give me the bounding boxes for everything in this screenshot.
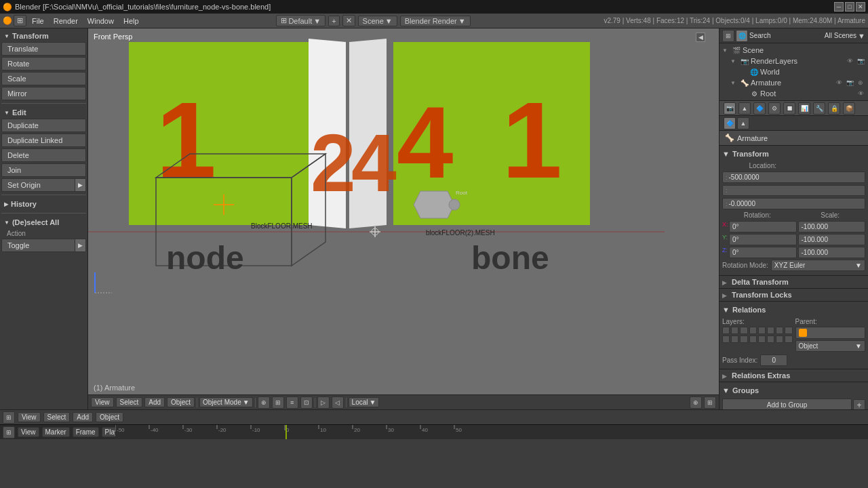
rp-prop-tab-2[interactable]: ▲: [738, 102, 751, 115]
layer-14[interactable]: [767, 336, 774, 343]
local-select[interactable]: Local ▼: [349, 397, 380, 407]
set-origin-select[interactable]: Set Origin ▶: [1, 178, 86, 192]
layer-12[interactable]: [749, 336, 757, 343]
rp-tab-outliner[interactable]: 🌐: [736, 30, 748, 42]
add-button[interactable]: Add: [144, 397, 165, 407]
layout-remove-btn[interactable]: ✕: [342, 15, 355, 26]
translate-button[interactable]: Translate: [1, 42, 86, 56]
join-button[interactable]: Join: [1, 163, 86, 177]
parent-select[interactable]: [795, 327, 866, 339]
layer-3[interactable]: [740, 327, 747, 334]
scale-x-field[interactable]: -100.000: [798, 221, 866, 232]
rp-prop-tab-9[interactable]: 📦: [843, 102, 855, 115]
transform-section-header[interactable]: ▼ Transform: [1, 30, 86, 42]
menu-render[interactable]: Render: [50, 16, 82, 26]
object-button[interactable]: Object: [167, 397, 195, 407]
rp-prop-tab-6[interactable]: 📊: [798, 102, 810, 115]
layer-9[interactable]: [722, 336, 730, 343]
layer-7[interactable]: [776, 327, 783, 334]
relations-extras-header[interactable]: ▶ Relations Extras: [719, 369, 868, 382]
vp-icon-6[interactable]: ◁: [332, 396, 344, 409]
rp-icon-scenes[interactable]: ⊞: [722, 30, 734, 42]
vp-icon-2[interactable]: ⊞: [272, 396, 284, 409]
tree-item-scene[interactable]: ▼ 🎬 Scene: [721, 45, 867, 56]
scale-z-field[interactable]: -100.000: [798, 247, 866, 258]
title-bar-controls[interactable]: ─ □ ✕: [834, 2, 865, 12]
search-btn[interactable]: Search: [749, 32, 771, 39]
maximize-button[interactable]: □: [845, 2, 854, 12]
prop-icon-mesh[interactable]: ▲: [737, 117, 749, 129]
timeline-view-btn[interactable]: View: [18, 427, 39, 437]
renderlayers-vis-icon[interactable]: 👁: [845, 56, 854, 66]
add-to-group-button[interactable]: Add to Group: [722, 399, 852, 409]
timeline-frame-btn[interactable]: Frame: [73, 427, 99, 437]
action-select[interactable]: Toggle ▶: [1, 239, 86, 252]
mode-select[interactable]: Object Mode ▼: [199, 397, 253, 407]
vp-icon-1[interactable]: ⊕: [258, 396, 270, 409]
vp-icon-8[interactable]: ⊞: [704, 396, 716, 409]
relations-header[interactable]: ▼ Relations: [722, 304, 865, 315]
layer-16[interactable]: [785, 336, 792, 343]
menu-window[interactable]: Window: [83, 16, 118, 26]
location-x-field[interactable]: :-500.0000: [722, 171, 865, 183]
layer-10[interactable]: [731, 336, 738, 343]
view-button[interactable]: View: [91, 397, 114, 407]
rot-z-field[interactable]: 0°: [729, 247, 797, 258]
all-scenes-dropdown-icon[interactable]: ▼: [858, 32, 865, 40]
timeline-icon-btn[interactable]: ⊞: [3, 426, 15, 439]
select-button[interactable]: Select: [116, 397, 143, 407]
parent-type-select[interactable]: Object ▼: [795, 340, 866, 352]
layer-1[interactable]: [722, 327, 730, 334]
duplicate-linked-button[interactable]: Duplicate Linked: [1, 134, 86, 147]
layer-6[interactable]: [767, 327, 774, 334]
mirror-button[interactable]: Mirror: [1, 87, 86, 100]
rotate-button[interactable]: Rotate: [1, 57, 86, 70]
rp-prop-tab-1[interactable]: 📷: [724, 102, 736, 115]
close-button[interactable]: ✕: [856, 2, 865, 12]
tree-item-root[interactable]: ⚙ Root 👁: [721, 88, 867, 99]
history-section-header[interactable]: ▶ History: [1, 198, 86, 210]
rotation-mode-select[interactable]: XYZ Euler ▼: [771, 260, 865, 271]
tree-item-armature[interactable]: ▼ 🦴 Armature 👁 📷 ⊕: [721, 77, 867, 88]
status-icon-btn[interactable]: ⊞: [3, 411, 15, 424]
layer-5[interactable]: [758, 327, 766, 334]
status-add-btn[interactable]: Add: [73, 412, 93, 422]
timeline-ruler[interactable]: -50 -40 -30 -20 -10 0 10 20 30 40: [115, 425, 868, 439]
rp-prop-tab-4[interactable]: ⚙: [768, 102, 781, 115]
viewport-toggle-btn[interactable]: ◀: [696, 33, 705, 42]
scale-y-field[interactable]: -100.000: [798, 234, 866, 245]
scale-button[interactable]: Scale: [1, 72, 86, 85]
transform-props-header[interactable]: ▼ Transform: [722, 148, 865, 159]
armature-vis-icon[interactable]: 👁: [834, 78, 844, 87]
menu-file[interactable]: File: [28, 16, 48, 26]
viewport[interactable]: Front Persp 1 2: [88, 28, 719, 409]
vp-icon-3[interactable]: ≡: [286, 396, 298, 409]
tree-item-world[interactable]: 🌐 World: [721, 66, 867, 77]
rp-prop-tab-8[interactable]: 🔒: [828, 102, 840, 115]
edit-section-header[interactable]: ▼ Edit: [1, 106, 86, 119]
tree-item-renderlayers[interactable]: ▼ 📷 RenderLayers 👁 📷: [721, 56, 867, 66]
vp-icon-4[interactable]: ⊡: [300, 396, 313, 409]
rp-prop-tab-7[interactable]: 🔧: [813, 102, 825, 115]
action-select-arrow-icon[interactable]: ▶: [75, 239, 85, 251]
status-object-btn[interactable]: Object: [96, 412, 123, 422]
armature-cam-icon[interactable]: 📷: [845, 78, 854, 87]
add-to-group-plus-btn[interactable]: +: [853, 399, 865, 410]
rot-x-field[interactable]: 0°: [729, 221, 797, 232]
deselect-section-header[interactable]: ▼ (De)select All: [1, 216, 86, 228]
groups-header[interactable]: ▼ Groups: [722, 385, 865, 396]
delete-button[interactable]: Delete: [1, 148, 86, 162]
prop-icon-object[interactable]: 🔷: [724, 117, 736, 129]
rp-prop-tab-3[interactable]: 🔷: [753, 102, 766, 115]
menu-help[interactable]: Help: [119, 16, 143, 26]
layer-8[interactable]: [785, 327, 792, 334]
vp-icon-5[interactable]: ▷: [317, 396, 330, 409]
status-select-btn[interactable]: Select: [43, 412, 71, 422]
timeline-marker-btn[interactable]: Marker: [42, 427, 70, 437]
layout-add-btn[interactable]: +: [328, 16, 339, 26]
root-vis-icon[interactable]: 👁: [856, 89, 865, 98]
layer-13[interactable]: [758, 336, 766, 343]
renderlayers-render-icon[interactable]: 📷: [856, 56, 865, 66]
transform-locks-header[interactable]: ▶ Transform Locks: [719, 289, 868, 302]
set-origin-arrow-icon[interactable]: ▶: [75, 179, 85, 191]
